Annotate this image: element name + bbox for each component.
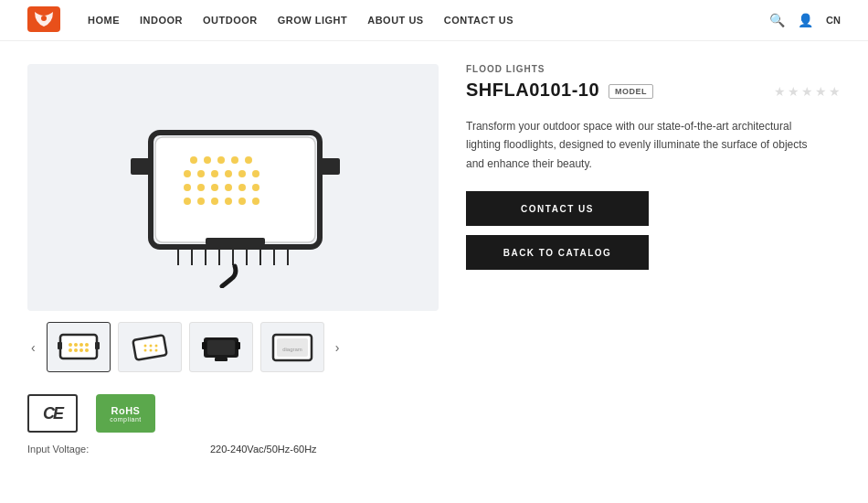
svg-point-25 <box>231 156 238 164</box>
svg-rect-49 <box>58 342 62 349</box>
svg-point-19 <box>225 198 232 205</box>
svg-rect-39 <box>206 238 265 245</box>
thumbnail-images: diagram <box>47 322 324 372</box>
svg-point-16 <box>184 198 191 205</box>
svg-point-9 <box>252 170 259 177</box>
thumbnails-row: ‹ <box>27 322 439 372</box>
svg-point-43 <box>79 343 83 347</box>
main-content: ‹ <box>0 41 868 503</box>
svg-point-17 <box>197 198 205 205</box>
left-column: ‹ <box>27 64 439 489</box>
svg-point-24 <box>217 156 225 164</box>
spec-input-voltage: Input Voltage: 220-240Vac/50Hz-60Hz <box>27 444 439 455</box>
right-column: FLOOD LIGHTS SHFLA0101-10 MODEL ★ ★ ★ ★ … <box>466 64 841 489</box>
svg-point-15 <box>252 184 259 191</box>
main-nav: HOME INDOOR OUTDOOR GROW LIGHT ABOUT US … <box>88 15 769 26</box>
spec-value-input-voltage: 220-240Vac/50Hz-60Hz <box>210 444 317 455</box>
svg-point-53 <box>149 344 152 347</box>
svg-point-44 <box>85 343 89 347</box>
svg-point-6 <box>211 170 218 177</box>
rohs-certification: RoHS compliant <box>96 394 155 433</box>
svg-rect-27 <box>131 158 151 175</box>
svg-point-56 <box>149 348 152 351</box>
main-product-image <box>27 64 439 311</box>
svg-rect-62 <box>215 358 228 361</box>
svg-point-4 <box>184 170 191 177</box>
svg-rect-50 <box>95 342 100 349</box>
svg-point-52 <box>143 344 146 347</box>
nav-indoor[interactable]: INDOOR <box>140 15 183 26</box>
star-5: ★ <box>829 84 841 99</box>
svg-point-10 <box>184 184 191 191</box>
product-description: Transform your outdoor space with our st… <box>466 117 813 173</box>
ce-certification: CE <box>27 394 78 433</box>
svg-point-23 <box>204 156 211 164</box>
search-icon[interactable]: 🔍 <box>769 13 785 27</box>
svg-rect-28 <box>320 158 340 175</box>
svg-point-18 <box>211 198 218 205</box>
nav-grow-light[interactable]: GROW LIGHT <box>278 15 348 26</box>
nav-contact-us[interactable]: CONTACT US <box>444 15 513 26</box>
svg-point-46 <box>74 348 78 352</box>
nav-about-us[interactable]: ABOUT US <box>367 15 423 26</box>
header: HOME INDOOR OUTDOOR GROW LIGHT ABOUT US … <box>0 0 868 41</box>
svg-point-1 <box>41 16 47 21</box>
svg-rect-40 <box>60 335 97 359</box>
certifications-row: CE RoHS compliant <box>27 394 439 433</box>
language-selector[interactable]: CN <box>826 15 841 26</box>
model-badge: MODEL <box>609 84 653 99</box>
svg-point-11 <box>197 184 205 191</box>
back-to-catalog-button[interactable]: BACK TO CATALOG <box>466 235 649 270</box>
svg-point-22 <box>190 156 197 164</box>
product-category: FLOOD LIGHTS <box>466 64 841 74</box>
product-title: SHFLA0101-10 <box>466 80 599 101</box>
svg-point-42 <box>74 343 78 347</box>
user-icon[interactable]: 👤 <box>798 13 813 27</box>
svg-point-55 <box>143 348 146 351</box>
svg-point-8 <box>238 170 246 177</box>
svg-point-45 <box>69 348 72 352</box>
star-4: ★ <box>815 84 827 99</box>
svg-point-21 <box>252 198 259 205</box>
star-1: ★ <box>774 84 786 99</box>
svg-point-7 <box>225 170 232 177</box>
svg-point-12 <box>211 184 218 191</box>
nav-home[interactable]: HOME <box>88 15 120 26</box>
header-icons: 🔍 👤 CN <box>769 13 841 27</box>
svg-rect-51 <box>132 335 166 360</box>
svg-point-41 <box>69 343 72 347</box>
svg-point-57 <box>154 348 157 351</box>
prev-thumbnail-arrow[interactable]: ‹ <box>27 338 39 357</box>
thumbnail-4[interactable]: diagram <box>260 322 324 372</box>
svg-point-47 <box>79 348 83 352</box>
svg-point-48 <box>85 348 89 352</box>
svg-rect-61 <box>236 342 240 349</box>
svg-point-54 <box>154 344 157 347</box>
svg-point-26 <box>245 156 252 164</box>
svg-point-20 <box>238 198 246 205</box>
product-title-row: SHFLA0101-10 MODEL ★ ★ ★ ★ ★ <box>466 80 841 101</box>
thumbnail-3[interactable] <box>189 322 253 372</box>
star-2: ★ <box>788 84 799 99</box>
svg-point-5 <box>197 170 205 177</box>
svg-point-13 <box>225 184 232 191</box>
svg-point-14 <box>238 184 246 191</box>
logo[interactable] <box>27 6 60 35</box>
star-rating: ★ ★ ★ ★ ★ <box>774 84 841 99</box>
thumbnail-2[interactable] <box>118 322 182 372</box>
star-3: ★ <box>801 84 813 99</box>
next-thumbnail-arrow[interactable]: › <box>332 338 344 357</box>
contact-us-button[interactable]: CONTACT US <box>466 191 649 226</box>
svg-text:diagram: diagram <box>282 347 302 352</box>
spec-label-input-voltage: Input Voltage: <box>27 444 210 455</box>
svg-rect-59 <box>207 340 235 355</box>
nav-outdoor[interactable]: OUTDOOR <box>203 15 258 26</box>
svg-rect-2 <box>155 137 315 242</box>
thumbnail-1[interactable] <box>47 322 111 372</box>
svg-rect-60 <box>202 342 206 349</box>
